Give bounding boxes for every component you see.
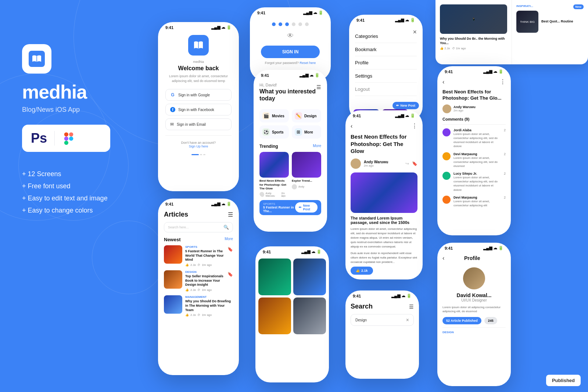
google-signin-label: Sign in with Google <box>178 93 210 97</box>
status-bar-interests: 9:41 ▂▄▆ ☁ 🔋 <box>254 70 327 79</box>
article-img-3 <box>164 295 182 314</box>
author-time-detail: 2m ago <box>364 164 388 167</box>
menu-profile[interactable]: Profile <box>355 56 417 70</box>
article-category-2: DESIGN <box>185 270 225 274</box>
detail-author-section: Andy Waruwu 2m ago ↪ 🔖 <box>351 158 417 169</box>
eye-icon[interactable]: 👁 <box>287 32 294 40</box>
tools-badge: Ps <box>22 125 110 152</box>
grid-img-parrot[interactable] <box>258 297 291 334</box>
close-icon[interactable]: × <box>413 28 417 36</box>
grid-img-robot-face[interactable] <box>293 297 326 334</box>
facebook-signin-label: Sign in with Facebook <box>178 108 214 112</box>
svg-rect-2 <box>69 132 73 136</box>
new-post-button[interactable]: ✏ New Post <box>295 202 318 213</box>
phone-interests: 9:41 ▂▄▆ ☁ 🔋 Hi, David! What you interes… <box>254 70 327 232</box>
clear-icon[interactable]: × <box>406 317 409 323</box>
stat-2-badge[interactable]: 245 <box>484 317 497 324</box>
search-input-text: Design <box>355 318 367 322</box>
back-icon-right[interactable]: ‹ <box>442 79 444 85</box>
grid-img-robot[interactable] <box>293 259 326 295</box>
article-img-2 <box>164 270 182 289</box>
phone-search: 9:41 ▂▄▆ ☁ 🔋 Search ☰ Design × <box>345 291 419 379</box>
left-panel: medhia Blog/News iOS App Ps + 12 Screens… <box>22 44 140 219</box>
trending-img-1 <box>259 152 289 178</box>
bookmark-icon-1[interactable]: 🔖 <box>227 247 233 252</box>
search-input-box[interactable]: Design × <box>351 314 414 326</box>
article-meta-1: 👍 2.1k ⏱ 1hr ago <box>185 263 225 267</box>
article-meta-3: 👍 2.1k ⏱ 1hr ago <box>185 313 233 317</box>
features-list: + 12 Screens + Free font used + Easy to … <box>22 170 140 214</box>
time-login: 9:41 <box>165 25 173 30</box>
search-placeholder: Search here... <box>168 225 189 229</box>
articles-published-badge[interactable]: 52 Article Published <box>442 317 481 324</box>
menu-logout[interactable]: Logout <box>355 83 417 96</box>
back-icon-detail[interactable]: ‹ <box>351 123 352 129</box>
trending-avatar-1 <box>259 192 264 197</box>
bookmark-icon-2[interactable]: 🔖 <box>227 272 233 277</box>
new-post-fab[interactable]: ✏ New Post <box>392 102 419 109</box>
inspiration-card[interactable]: INSPIRATI... New THINK BIG Best Quot... … <box>512 0 588 64</box>
google-signin-button[interactable]: G Sign in with Google <box>165 89 232 101</box>
signal-icons-interests: ▂▄▆ ☁ 🔋 <box>300 73 320 78</box>
facebook-signin-button[interactable]: f Sign in with Facebook <box>165 104 232 115</box>
right-detail-author: Andy Waruwu 2m ago <box>442 104 506 113</box>
article-item-3[interactable]: MANAGEMENT Why you Should Do Breefing in… <box>164 295 233 317</box>
trending-card-2[interactable]: Explor Trend... Andy <box>292 152 321 197</box>
signin-button[interactable]: SIGN IN <box>261 46 320 58</box>
phone-grid: 9:41 ▂▄▆ ☁ 🔋 <box>255 246 329 382</box>
image-grid <box>258 259 326 334</box>
profile-stats: 52 Article Published 245 <box>442 317 506 324</box>
grid-img-leaf[interactable] <box>258 259 291 295</box>
app-logo <box>22 44 51 74</box>
menu-icon-articles[interactable]: ☰ <box>228 211 233 218</box>
articles-title: Articles <box>164 211 188 218</box>
article-item-2[interactable]: DESIGN Top Seller Inspirationals Book to… <box>164 270 233 292</box>
like-button[interactable]: 👍 2.1k <box>351 267 373 275</box>
app-logo-inner <box>29 51 45 67</box>
trending-label: Trending <box>259 144 278 149</box>
email-signin-button[interactable]: ✉ Sign in with Email <box>165 118 232 130</box>
status-bar-grid: 9:41 ▂▄▆ ☁ 🔋 <box>255 246 329 256</box>
trending-card-1[interactable]: Best Neon Effects for Photoshop: Get The… <box>259 152 289 197</box>
share-icon[interactable]: ↪ <box>405 161 409 166</box>
google-icon: G <box>170 92 175 97</box>
trending-more-link[interactable]: More <box>313 144 321 149</box>
menu-bookmark[interactable]: Bookmark <box>355 43 417 56</box>
comment-2: Devi Marpaung Lorem ipsum dolor sit amet… <box>442 152 506 168</box>
comment-avatar-4 <box>442 196 451 204</box>
article-item-1[interactable]: SPORTS 5 Fastest Runner in The World Tha… <box>164 245 233 267</box>
menu-categories[interactable]: Categories <box>355 30 417 43</box>
back-icon-profile[interactable]: ‹ <box>442 255 444 261</box>
right-author-avatar <box>442 104 451 113</box>
comments-list: Jordi Alaba Lorem ipsum dolor sit amet, … <box>442 128 506 207</box>
interest-design[interactable]: ✏️ Design <box>292 109 321 122</box>
interests-grid: 🎬 Movies ✏️ Design ⚽ Sports ⊞ More <box>259 109 321 139</box>
bookmark-icon-detail[interactable]: 🔖 <box>412 161 417 166</box>
interest-more[interactable]: ⊞ More <box>292 125 321 139</box>
newest-more-link[interactable]: More <box>225 237 233 242</box>
status-bar-menu: 9:41 ▂▄▆ ☁ 🔋 <box>349 15 423 24</box>
menu-settings[interactable]: Settings <box>355 70 417 83</box>
detail-body-2: Duis aute irure dolor in reprehenderit v… <box>351 251 417 264</box>
top-article-img-1: 📱 <box>440 4 507 34</box>
author-name-detail: Andy Waruwu <box>364 160 388 164</box>
comment-3: Lucy Sitepu Jr. Lorem ipsum dolor sit am… <box>442 172 506 192</box>
detail-nav: ‹ ⋮ <box>351 122 417 129</box>
profile-title: Profile <box>464 255 480 261</box>
more-options-icon[interactable]: ⋮ <box>412 122 417 129</box>
menu-icon-search[interactable]: ☰ <box>409 304 414 310</box>
phone-detail: 9:41 ▂▄▆ ☁ 🔋 ‹ ⋮ Best Neon Effects for P… <box>345 110 423 279</box>
svg-rect-5 <box>64 141 68 145</box>
menu-icon-interests[interactable]: ☰ <box>316 84 321 90</box>
phone-right-detail: 9:41 ▂▄▆ ☁ 🔋 ‹ ⋮ Best Neon Effects for P… <box>437 66 511 235</box>
status-bar-search: 9:41 ▂▄▆ ☁ 🔋 <box>345 291 419 300</box>
interest-sports[interactable]: ⚽ Sports <box>259 125 289 139</box>
movies-icon: 🎬 <box>262 112 270 120</box>
profile-name: David Kowal... <box>442 292 506 298</box>
more-icon-right[interactable]: ⋮ <box>500 78 506 85</box>
search-bar[interactable]: Search here... 🔍 <box>164 222 233 232</box>
interest-movies[interactable]: 🎬 Movies <box>259 109 289 122</box>
article-title-2: Top Seller Inspirationals Book to Increa… <box>185 274 225 287</box>
signup-link[interactable]: Sign Up here <box>189 145 208 148</box>
top-article-1[interactable]: 📱 Why you Should Do Br.. the Morning wit… <box>435 0 512 64</box>
